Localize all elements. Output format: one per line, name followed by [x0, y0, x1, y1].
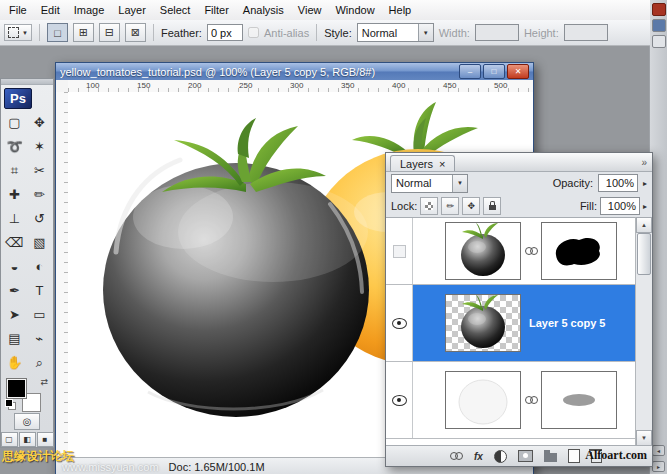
crop-tool[interactable]: ⌗ — [2, 159, 27, 183]
subtract-selection-button[interactable]: ⊟ — [99, 23, 120, 42]
style-dropdown[interactable]: Normal ▼ — [357, 23, 434, 42]
layer-mask-thumbnail[interactable] — [541, 371, 617, 429]
opacity-slider-icon[interactable]: ▸ — [643, 179, 647, 188]
layers-scrollbar[interactable]: ▲ ▼ — [635, 217, 652, 446]
layer-mask-thumbnail[interactable] — [541, 222, 617, 280]
visibility-toggle[interactable] — [386, 218, 413, 284]
opacity-field[interactable]: 100% — [598, 174, 638, 192]
layers-panel-header[interactable]: Layers × » — [386, 153, 652, 172]
collapse-panel-icon[interactable]: » — [641, 157, 647, 168]
clone-stamp-tool[interactable]: ⊥ — [2, 207, 27, 231]
notes-tool[interactable]: ▤ — [2, 327, 27, 351]
add-selection-button[interactable]: ⊞ — [73, 23, 94, 42]
tab-close-icon[interactable]: × — [439, 158, 445, 170]
blur-tool[interactable]: ◒ — [2, 255, 27, 279]
menu-view[interactable]: View — [291, 1, 329, 19]
intersect-selection-button[interactable]: ⊠ — [125, 23, 146, 42]
healing-brush-tool[interactable]: ✚ — [2, 183, 27, 207]
pen-tool[interactable]: ✒ — [2, 279, 27, 303]
menu-file[interactable]: File — [2, 1, 34, 19]
anti-alias-checkbox[interactable] — [248, 27, 259, 38]
feather-input[interactable] — [207, 24, 243, 41]
dodge-tool[interactable]: ◐ — [27, 255, 52, 279]
lock-transparency-button[interactable] — [420, 197, 438, 215]
fullscreen-button[interactable]: ■ — [37, 432, 54, 447]
lasso-tool[interactable]: ➰ — [2, 135, 27, 159]
eyedropper-tool[interactable]: ⌁ — [27, 327, 52, 351]
lock-all-button[interactable] — [483, 197, 501, 215]
hand-tool[interactable]: ✋ — [2, 351, 27, 375]
add-mask-icon[interactable] — [518, 450, 533, 462]
menu-image[interactable]: Image — [67, 1, 112, 19]
close-button[interactable]: ✕ — [507, 64, 529, 79]
minimize-button[interactable]: – — [459, 64, 481, 79]
menu-help[interactable]: Help — [382, 1, 419, 19]
foreground-color-swatch[interactable] — [7, 379, 26, 398]
menu-filter[interactable]: Filter — [197, 1, 235, 19]
layers-tab-label: Layers — [400, 158, 433, 170]
quick-mask-button[interactable]: ◎ — [14, 413, 40, 430]
fill-field[interactable]: 100% — [600, 197, 640, 215]
scroll-up-button[interactable]: ▲ — [636, 217, 652, 233]
layer-thumbnail[interactable] — [445, 294, 521, 352]
mask-link[interactable] — [521, 396, 541, 404]
slice-tool[interactable]: ✂ — [27, 159, 52, 183]
fill-slider-icon[interactable]: ▸ — [643, 202, 647, 211]
new-layer-icon[interactable] — [568, 449, 580, 463]
zoom-tool[interactable]: ⌕ — [27, 351, 52, 375]
tool-preset-button[interactable]: ▼ — [4, 24, 32, 41]
swap-colors-icon[interactable]: ⇄ — [40, 377, 48, 387]
menu-window[interactable]: Window — [328, 1, 381, 19]
magic-wand-tool[interactable]: ✶ — [27, 135, 52, 159]
eye-icon — [392, 395, 407, 406]
mask-link[interactable] — [521, 247, 541, 255]
eraser-tool[interactable]: ⌫ — [2, 231, 27, 255]
lock-pixels-button[interactable]: ✏ — [441, 197, 459, 215]
new-selection-button[interactable]: □ — [47, 23, 68, 42]
window-buttons: – □ ✕ — [459, 64, 529, 79]
dock-icon[interactable] — [652, 19, 666, 32]
gradient-tool[interactable]: ▧ — [27, 231, 52, 255]
adjustment-layer-icon[interactable] — [494, 450, 507, 463]
rectangular-marquee-tool[interactable]: ▢ — [2, 111, 27, 135]
layer-row[interactable]: Layer 5 copy 5 — [386, 285, 636, 362]
shape-tool[interactable]: ▭ — [27, 303, 52, 327]
watermark-forum: 思缘设计论坛 — [2, 448, 74, 465]
layer-style-icon[interactable]: fx — [474, 451, 483, 462]
dock-nav-icon[interactable]: ◂ — [652, 445, 665, 456]
new-group-icon[interactable] — [544, 453, 557, 462]
brush-tool[interactable]: ✏ — [27, 183, 52, 207]
link-layers-icon[interactable] — [450, 452, 463, 460]
toolbox-grip[interactable] — [1, 79, 53, 85]
blend-mode-dropdown[interactable]: Normal ▼ — [391, 174, 468, 193]
default-colors-icon[interactable] — [5, 399, 16, 410]
divider — [39, 24, 40, 41]
dock-nav-icon[interactable]: ▸ — [652, 461, 665, 472]
scroll-down-button[interactable]: ▼ — [636, 430, 652, 446]
standard-screen-button[interactable]: ▢ — [1, 432, 18, 447]
visibility-toggle[interactable] — [386, 285, 413, 361]
history-brush-tool[interactable]: ↺ — [27, 207, 52, 231]
maximize-button[interactable]: □ — [483, 64, 505, 79]
tab-layers[interactable]: Layers × — [390, 155, 455, 171]
fullscreen-menu-button[interactable]: ◧ — [19, 432, 36, 447]
move-tool[interactable]: ✥ — [27, 111, 52, 135]
type-tool[interactable]: T — [27, 279, 52, 303]
layer-thumbnail[interactable] — [445, 371, 521, 429]
scrollbar-thumb[interactable] — [637, 233, 651, 275]
menu-analysis[interactable]: Analysis — [236, 1, 291, 19]
menu-layer[interactable]: Layer — [111, 1, 153, 19]
menu-select[interactable]: Select — [153, 1, 198, 19]
path-selection-tool[interactable]: ➤ — [2, 303, 27, 327]
visibility-toggle[interactable] — [386, 362, 413, 438]
layer-row[interactable] — [386, 218, 636, 285]
menu-edit[interactable]: Edit — [34, 1, 67, 19]
document-title-bar[interactable]: yellow_tomatoes_tutorial.psd @ 100% (Lay… — [56, 63, 533, 80]
layer-row[interactable] — [386, 362, 636, 439]
mask-thumb-image — [542, 372, 616, 428]
layer-thumbnail[interactable] — [445, 222, 521, 280]
lock-position-button[interactable]: ✥ — [462, 197, 480, 215]
dock-icon[interactable] — [652, 35, 666, 48]
dock-icon[interactable] — [652, 3, 666, 16]
ruler-tick-label: 350 — [341, 81, 354, 90]
